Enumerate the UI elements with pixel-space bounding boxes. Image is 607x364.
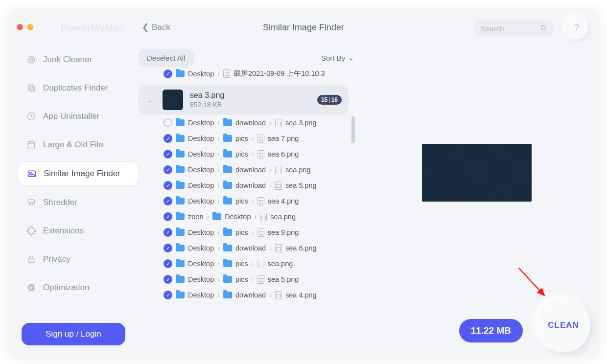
sidebar-item-duplicates[interactable]: Duplicates Finder [18, 76, 139, 100]
sort-by-button[interactable]: Sort By ⌄ [321, 53, 354, 62]
checkbox-icon[interactable]: ✓ [163, 197, 172, 205]
folder-icon [176, 70, 185, 77]
folder-icon [223, 292, 232, 298]
svg-line-1 [545, 28, 546, 30]
caret-down-icon[interactable]: ⌄ [145, 96, 156, 104]
folder-icon [176, 213, 185, 220]
chevron-right-icon: › [252, 260, 254, 268]
signup-login-button[interactable]: Sign up / Login [22, 323, 125, 345]
list-item[interactable]: ✓Desktop›download›sea.png [138, 162, 349, 178]
chevron-right-icon: › [269, 182, 272, 189]
sidebar-item-label: Extensions [43, 226, 84, 236]
path-segment: download [235, 119, 266, 127]
path-segment: Desktop [188, 260, 214, 268]
path-segment: zoen [188, 213, 203, 221]
list-item[interactable]: Desktop›download›sea 3.png [138, 115, 349, 131]
back-button[interactable]: ❮ Back [142, 22, 170, 32]
file-name: sea 9.png [268, 228, 299, 236]
path-segment: Desktop [188, 228, 214, 236]
search-input[interactable]: Search [474, 20, 554, 37]
file-icon [260, 213, 267, 221]
path-segment: Desktop [188, 291, 214, 299]
path-segment: pics [235, 197, 248, 205]
chevron-right-icon: › [217, 150, 220, 158]
svg-line-15 [519, 268, 544, 296]
checkbox-icon[interactable]: ✓ [163, 165, 172, 174]
checkbox-icon[interactable]: ✓ [163, 181, 172, 190]
file-icon [257, 197, 264, 205]
sidebar-item-privacy[interactable]: Privacy [18, 248, 139, 271]
folder-icon [223, 229, 232, 236]
file-name: sea 6.png [268, 150, 299, 158]
list-item[interactable]: ✓Desktop›download›sea 4.png [138, 287, 349, 303]
folder-icon [223, 119, 232, 126]
list-item[interactable]: ✓Desktop›pics›sea 4.png [138, 193, 349, 209]
sidebar-item-label: Shredder [43, 198, 77, 207]
help-button[interactable]: ? [565, 16, 588, 39]
results-list: ✓ Desktop › 截屏2021-09-09 上午10.10.3 ⌄ sea… [138, 69, 349, 318]
checkbox-icon[interactable]: ✓ [163, 69, 172, 78]
deselect-all-button[interactable]: Deselect All [138, 49, 194, 67]
checkbox-icon[interactable]: ✓ [163, 150, 172, 159]
path-segment: download [235, 182, 266, 189]
checkbox-icon[interactable]: ✓ [163, 212, 172, 221]
sidebar-item-similar-image[interactable]: Similar Image Finder [18, 161, 139, 186]
sidebar-item-uninstaller[interactable]: App Uninstaller [18, 105, 139, 128]
list-item[interactable]: ✓Desktop›pics›sea.png [138, 256, 349, 272]
minimize-window-icon[interactable] [27, 24, 33, 30]
sidebar-item-shredder[interactable]: Shredder [18, 191, 139, 214]
scrollbar[interactable] [351, 71, 355, 316]
close-window-icon[interactable] [17, 24, 23, 30]
path-segment: pics [235, 135, 248, 142]
clean-button[interactable]: CLEAN [537, 298, 590, 352]
svg-rect-11 [28, 259, 34, 263]
path-segment: Desktop [188, 135, 214, 142]
deselect-label: Deselect All [147, 54, 185, 62]
path-segment: Desktop [188, 70, 214, 78]
list-item[interactable]: ✓Desktop›pics›sea 6.png [138, 146, 349, 162]
sidebar-item-junk-cleaner[interactable]: Junk Cleaner [18, 48, 139, 71]
list-item[interactable]: ✓zoen›Desktop›sea.png [138, 209, 349, 225]
path-segment: Desktop [188, 244, 214, 252]
sidebar-item-large-old[interactable]: Large & Old File [18, 133, 139, 157]
chevron-right-icon: › [217, 197, 220, 205]
list-item[interactable]: ✓Desktop›pics›sea 9.png [138, 225, 349, 240]
chevron-right-icon: › [255, 213, 257, 221]
shredder-icon [26, 198, 36, 207]
checkbox-icon[interactable]: ✓ [163, 228, 172, 237]
sidebar-item-extensions[interactable]: Extensions [18, 219, 139, 243]
chevron-right-icon: › [269, 119, 272, 127]
checkbox-icon[interactable]: ✓ [163, 291, 172, 299]
file-icon [257, 228, 264, 237]
selection-badge: 15|16 [317, 95, 342, 105]
list-item[interactable]: ✓Desktop›pics›sea 7.png [138, 131, 349, 146]
checkbox-icon[interactable]: ✓ [163, 275, 172, 284]
group-header[interactable]: ⌄ sea 3.png 852.18 KB 15|16 [138, 85, 349, 115]
file-icon [257, 275, 264, 284]
list-item-truncated[interactable]: ✓ Desktop › 截屏2021-09-09 上午10.10.3 [138, 69, 349, 82]
app-window: PowerMyMac ❮ Back Similar Image Finder S… [8, 8, 599, 356]
svg-point-2 [28, 56, 34, 63]
checkbox-icon[interactable]: ✓ [163, 259, 172, 268]
list-item[interactable]: ✓Desktop›pics›sea 5.png [138, 272, 349, 287]
list-item[interactable]: ✓Desktop›download›sea 6.png [138, 240, 349, 256]
sidebar-item-optimization[interactable]: Optimization [18, 276, 139, 299]
checkbox-icon[interactable]: ✓ [163, 134, 172, 143]
zoom-window-icon[interactable] [37, 24, 44, 30]
path-segment: Desktop [188, 197, 214, 205]
image-icon [27, 169, 37, 179]
checkbox-icon[interactable]: ✓ [163, 244, 172, 252]
chevron-right-icon: › [252, 150, 254, 158]
list-item[interactable]: ✓Desktop›download›sea 5.png [138, 178, 349, 193]
total-size: 11.22 MB [471, 325, 511, 336]
folder-icon [176, 151, 185, 158]
folder-icon [223, 260, 232, 267]
path-segment: download [235, 244, 266, 252]
file-name: sea 3.png [285, 119, 317, 127]
file-icon [275, 291, 282, 299]
sidebar-item-label: Duplicates Finder [43, 83, 108, 93]
sort-label: Sort By [321, 54, 345, 62]
checkbox-icon[interactable] [163, 118, 172, 127]
box-icon [26, 140, 36, 150]
scrollbar-thumb[interactable] [351, 116, 355, 143]
